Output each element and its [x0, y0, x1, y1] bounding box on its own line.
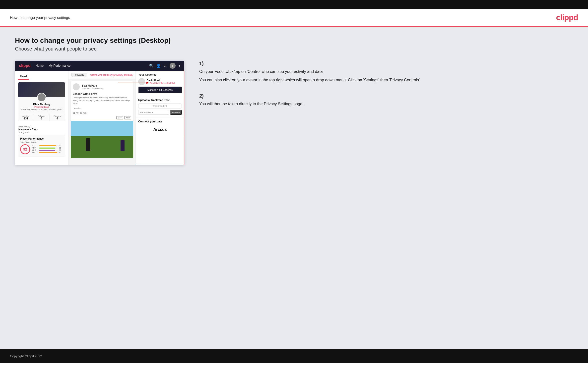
app-sidebar: Feed Blair McHarg Plus Handicap Royal No… [15, 71, 68, 165]
activities-stat: Activities 131 [18, 114, 34, 121]
arrow-head [146, 82, 148, 84]
following-button[interactable]: Following [71, 73, 86, 77]
step-2-number: 2) [199, 93, 573, 99]
ott-track [39, 145, 58, 146]
profile-club: Royal North Devon Golf Club, United King… [20, 108, 63, 110]
profile-handicap: Plus Handicap [20, 106, 63, 108]
trackman-input[interactable] [138, 110, 169, 115]
latest-activity-section: Latest Activity Lesson with Fordy 03 Aug… [18, 124, 65, 135]
profile-card: Blair McHarg Plus Handicap Royal North D… [18, 82, 65, 121]
app-fill [39, 148, 55, 149]
upload-widget: Upload a Trackman Test Trackman Link Add… [136, 96, 184, 117]
page-breadcrumb: How to change your privacy settings [10, 15, 70, 20]
following-value: 4 [50, 117, 65, 120]
coach-club-text: Royal North Devon Golf Club [150, 82, 175, 84]
coach-avatar [138, 78, 145, 85]
site-footer: Copyright Clippd 2022 [0, 349, 588, 363]
activities-value: 131 [19, 117, 33, 120]
step-1: 1) On your Feed, click/tap on 'Control w… [199, 61, 573, 83]
perf-row: 92 OTT 90 APP [20, 144, 63, 154]
chevron-down-icon[interactable]: ▾ [179, 64, 180, 68]
arg-val: 86 [59, 149, 63, 151]
golfer-silhouette-1 [86, 138, 90, 151]
activities-label: Activities [19, 115, 33, 117]
copyright-text: Copyright Clippd 2022 [10, 354, 42, 358]
arg-label: ARG [32, 149, 38, 151]
following-label: Following [50, 115, 65, 117]
perf-bar-arg: ARG 86 [32, 149, 63, 151]
user-avatar[interactable]: B [170, 63, 176, 69]
nav-my-performance[interactable]: My Performance [49, 64, 70, 67]
golf-scene [71, 121, 133, 158]
arccos-brand: Arccos [138, 125, 182, 134]
coaches-title: Your Coaches [138, 73, 182, 76]
manage-coaches-button[interactable]: Manage Your Coaches [138, 87, 182, 93]
activity-card: Blair McHarg Yesterday · Sunningdale Les… [70, 81, 133, 158]
app-logo: clippd [19, 63, 31, 68]
app-val: 85 [59, 147, 63, 149]
activity-description: Looking to feel like my hands are exitin… [71, 96, 133, 106]
activity-duration-value: 01 hr : 30 min [71, 111, 133, 115]
clippd-logo: clippd [556, 13, 578, 22]
player-performance: Player Performance Total Player Quality … [18, 135, 65, 157]
app-track [39, 148, 58, 149]
ott-val: 90 [59, 145, 63, 147]
control-privacy-link[interactable]: Control who can see your activity and da… [90, 74, 132, 76]
connect-title: Connect your data [138, 120, 182, 123]
settings-icon[interactable]: ⊕ [164, 64, 167, 68]
app-feed: Following Control who can see your activ… [68, 71, 136, 165]
profile-stats: Activities 131 Followers 3 Following 4 [18, 114, 65, 121]
feed-tab[interactable]: Feed [18, 74, 29, 80]
instructions-panel: 1) On your Feed, click/tap on 'Control w… [194, 61, 573, 117]
putt-track [39, 152, 58, 153]
activity-user-avatar [73, 83, 80, 90]
followers-value: 3 [34, 117, 49, 120]
content-row: clippd Home My Performance 🔍 👤 ⊕ B ▾ Fee… [15, 61, 573, 165]
duration-label-text: Duration [73, 107, 81, 110]
perf-bar-putt: PUTT 96 [32, 152, 63, 153]
add-link-button[interactable]: Add Link [170, 110, 182, 115]
activity-tags: OTT APP [71, 115, 133, 121]
activity-title: Lesson with Fordy [71, 92, 133, 96]
upload-title: Upload a Trackman Test [138, 99, 182, 102]
step-2: 2) You will then be taken directly to th… [199, 93, 573, 107]
tag-ott: OTT [116, 116, 123, 119]
main-content: How to change your privacy settings (Des… [0, 27, 588, 349]
app-nav: clippd Home My Performance 🔍 👤 ⊕ B ▾ [15, 61, 184, 71]
app-screenshot: clippd Home My Performance 🔍 👤 ⊕ B ▾ Fee… [15, 61, 184, 165]
app-label: APP [32, 147, 38, 149]
search-icon[interactable]: 🔍 [149, 64, 153, 68]
annotation-arrow [118, 83, 148, 83]
coach-club: 📍 Royal North Devon Golf Club [147, 82, 175, 84]
trackman-row: Add Link [138, 110, 182, 115]
following-stat: Following 4 [50, 114, 65, 121]
quality-circle: 92 [20, 144, 30, 154]
activity-username: Blair McHarg [82, 84, 103, 87]
activity-duration-label: Duration [71, 106, 133, 111]
followers-label: Followers [34, 115, 49, 117]
page-subtitle: Choose what you want people to see [15, 46, 573, 52]
site-header: How to change your privacy settings clip… [0, 9, 588, 27]
coach-info: David Ford 📍 Royal North Devon Golf Club [147, 79, 175, 84]
ott-fill [39, 145, 56, 146]
user-icon[interactable]: 👤 [156, 64, 161, 68]
arg-fill [39, 150, 55, 151]
perf-bar-ott: OTT 90 [32, 145, 63, 147]
activity-image [71, 121, 133, 158]
putt-fill [39, 152, 57, 153]
nav-icons: 🔍 👤 ⊕ B ▾ [149, 63, 180, 69]
ott-label: OTT [32, 145, 38, 147]
step-1-text-1: On your Feed, click/tap on 'Control who … [199, 68, 573, 75]
step-1-text-2: You can also click on your avatar in the… [199, 77, 573, 83]
app-body: Feed Blair McHarg Plus Handicap Royal No… [15, 71, 184, 165]
perf-bars: OTT 90 APP [32, 145, 63, 154]
coach-item: David Ford 📍 Royal North Devon Golf Club [138, 78, 182, 85]
app-right-panel: Your Coaches David Ford 📍 Royal North De… [136, 71, 184, 165]
page-title: How to change your privacy settings (Des… [15, 37, 573, 45]
player-perf-title: Player Performance [20, 137, 63, 140]
top-bar [0, 0, 588, 9]
nav-home[interactable]: Home [36, 64, 44, 67]
followers-stat: Followers 3 [34, 114, 50, 121]
connect-widget: Connect your data Arccos [136, 117, 184, 137]
latest-activity-label: Latest Activity [18, 126, 65, 128]
